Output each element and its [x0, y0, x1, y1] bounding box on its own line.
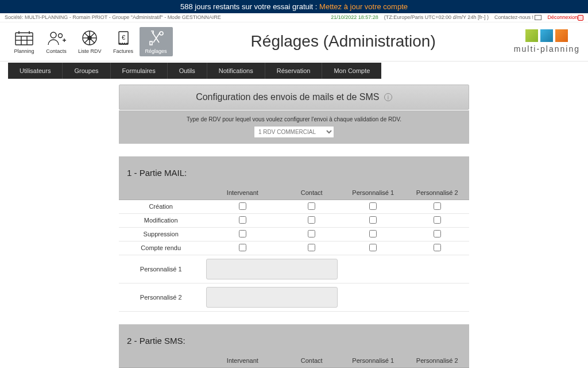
rdv-type-label: Type de RDV pour lequel vous voulez conf… — [125, 116, 463, 122]
svg-point-19 — [160, 32, 163, 35]
subnav-outils[interactable]: Outils — [168, 63, 207, 79]
config-header: Configuration des envois de mails et de … — [119, 85, 469, 110]
datetime: 21/10/2022 18:57:28 — [331, 14, 378, 20]
subnav-utilisateurs[interactable]: Utilisateurs — [8, 63, 63, 79]
trial-bar: 588 jours restants sur votre essai gratu… — [0, 0, 588, 13]
section-sms-header: 2 - Partie SMS: — [119, 324, 469, 354]
nav-contacts[interactable]: Contacts — [40, 27, 72, 56]
svg-point-7 — [51, 32, 56, 38]
svg-point-8 — [59, 33, 63, 37]
col-perso1: Personnalisé 1 — [341, 354, 405, 368]
contacts-icon — [46, 29, 67, 47]
row-label: Modification — [119, 213, 203, 227]
session-info: Société: MULTI-PLANNING - Romain PRIOT -… — [5, 14, 221, 20]
row-label: Personnalisé 1 — [119, 255, 203, 283]
subnav-notifications[interactable]: Notifications — [207, 63, 265, 79]
rdv-type-select[interactable]: 1 RDV COMMERCIAL — [254, 126, 334, 138]
mail-suppression-contact[interactable] — [308, 230, 315, 237]
config-header-text: Configuration des envois de mails et de … — [196, 92, 379, 102]
row-label: Personnalisé 2 — [119, 283, 203, 311]
mail-table: Intervenant Contact Personnalisé 1 Perso… — [119, 186, 469, 312]
nav-contacts-label: Contacts — [46, 48, 67, 54]
col-intervenant: Intervenant — [203, 354, 282, 368]
mail-suppression-perso2[interactable] — [434, 230, 441, 237]
mail-modification-intervenant[interactable] — [239, 216, 246, 224]
trial-upgrade-link[interactable]: Mettez à jour votre compte — [319, 2, 408, 11]
row-label: Suppression — [119, 227, 203, 241]
nav-factures-label: Factures — [113, 48, 133, 54]
wheel-icon — [79, 29, 100, 47]
invoice-icon: € — [113, 29, 134, 47]
nav-reglages[interactable]: Réglages — [140, 27, 173, 56]
calendar-icon — [14, 29, 34, 47]
envelope-icon — [535, 15, 541, 20]
col-contact: Contact — [282, 186, 341, 200]
mail-perso2-input[interactable] — [206, 287, 338, 308]
top-info-bar: Société: MULTI-PLANNING - Romain PRIOT -… — [0, 13, 588, 22]
timezone: (TZ:Europe/Paris UTC+02:00 d/m/Y 24h [fr… — [384, 14, 489, 20]
mail-creation-perso2[interactable] — [434, 202, 441, 210]
col-perso2: Personnalisé 2 — [405, 186, 470, 200]
svg-rect-20 — [150, 41, 152, 45]
main-nav: Planning Contacts Liste RDV € Factures R… — [8, 27, 173, 56]
settings-subnav: Utilisateurs Groupes Formulaires Outils … — [8, 63, 580, 79]
info-icon[interactable]: i — [384, 93, 392, 101]
brand-squares-icon — [525, 29, 568, 42]
mail-creation-contact[interactable] — [308, 202, 315, 210]
mail-compterendu-intervenant[interactable] — [239, 244, 246, 251]
row-label: Compte rendu — [119, 241, 203, 255]
trial-days-text: 588 jours restants sur votre essai gratu… — [180, 2, 317, 11]
subnav-moncompte[interactable]: Mon Compte — [322, 63, 381, 79]
col-intervenant: Intervenant — [203, 186, 282, 200]
mail-suppression-intervenant[interactable] — [239, 230, 246, 237]
nav-planning[interactable]: Planning — [8, 27, 40, 56]
subnav-groupes[interactable]: Groupes — [63, 63, 110, 79]
col-perso1: Personnalisé 1 — [341, 186, 405, 200]
rdv-type-box: Type de RDV pour lequel vous voulez conf… — [119, 110, 469, 144]
section-mail-header: 1 - Partie MAIL: — [119, 156, 469, 186]
mail-compterendu-perso2[interactable] — [434, 244, 441, 251]
mail-suppression-perso1[interactable] — [369, 230, 377, 237]
svg-rect-0 — [16, 33, 33, 45]
tools-icon — [146, 29, 167, 47]
sms-table: Intervenant Contact Personnalisé 1 Perso… — [119, 354, 469, 368]
contact-us-link[interactable]: Contactez-nous ! — [494, 14, 542, 20]
nav-reglages-label: Réglages — [145, 48, 167, 54]
nav-factures[interactable]: € Factures — [107, 27, 140, 56]
header: Planning Contacts Liste RDV € Factures R… — [0, 22, 588, 62]
nav-listerdv[interactable]: Liste RDV — [72, 27, 107, 56]
row-label: Création — [119, 200, 203, 213]
mail-compterendu-perso1[interactable] — [369, 244, 377, 251]
nav-listerdv-label: Liste RDV — [78, 48, 102, 54]
mail-creation-intervenant[interactable] — [239, 202, 246, 210]
mail-creation-perso1[interactable] — [369, 202, 377, 210]
mail-compterendu-contact[interactable] — [308, 244, 315, 251]
content: Configuration des envois de mails et de … — [119, 85, 469, 368]
brand-logo: multi-planning — [514, 29, 580, 53]
subnav-reservation[interactable]: Réservation — [265, 63, 323, 79]
col-perso2: Personnalisé 2 — [405, 354, 470, 368]
mail-modification-perso2[interactable] — [434, 216, 441, 224]
subnav-formulaires[interactable]: Formulaires — [111, 63, 168, 79]
col-contact: Contact — [282, 354, 341, 368]
logout-icon — [578, 15, 583, 21]
nav-planning-label: Planning — [14, 48, 34, 54]
svg-text:€: € — [121, 34, 125, 41]
brand-text: multi-planning — [514, 44, 580, 53]
mail-perso1-input[interactable] — [206, 259, 338, 279]
mail-modification-perso1[interactable] — [369, 216, 377, 224]
page-title: Réglages (Administration) — [173, 32, 514, 51]
logout-link[interactable]: Déconnexion — [547, 14, 583, 21]
mail-modification-contact[interactable] — [308, 216, 315, 224]
